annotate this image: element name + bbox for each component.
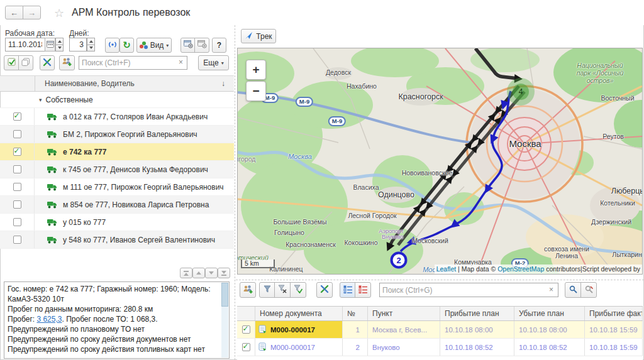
document-checkbox[interactable] xyxy=(237,321,255,338)
map-attribution: Leaflet | Map data © OpenStreetMap contr… xyxy=(435,265,642,274)
zoom-out-button[interactable]: − xyxy=(246,81,266,101)
osm-link[interactable]: OpenStreetMap xyxy=(497,265,544,273)
filter-clear-button[interactable] xyxy=(274,282,291,298)
map-canvas[interactable]: ДедовскНахабиноКрасногорскМоскваВосточны… xyxy=(237,48,643,275)
list-view-blue-button[interactable] xyxy=(340,282,356,298)
info-line-1: Гос. номер: е 742 ка 777; Гаражный номер… xyxy=(8,284,219,304)
vehicle-table-header[interactable]: Наименование, Водитель ↓ xyxy=(0,75,234,92)
work-date-label: Рабочая дата: xyxy=(5,29,55,38)
vehicle-group-row[interactable]: ▾ Собственные xyxy=(0,92,234,108)
panel-separator[interactable] xyxy=(235,25,235,360)
work-date-stepper[interactable] xyxy=(55,38,64,52)
assign-driver-button-2[interactable] xyxy=(240,282,256,298)
section-separator xyxy=(236,280,644,280)
vehicle-checkbox[interactable] xyxy=(0,126,35,143)
vehicle-row[interactable]: е 742 ка 777 xyxy=(0,143,234,161)
favorite-star-icon[interactable]: ☆ xyxy=(54,6,64,20)
vehicle-row[interactable]: м 111 ое 777, Пирожок Георгий Валерьянов… xyxy=(0,178,234,196)
filter-button[interactable] xyxy=(259,282,275,298)
clear-search-icon[interactable]: × xyxy=(549,285,553,294)
vehicle-row[interactable]: БМ 2, Пирожок Георгий Валерьянович xyxy=(0,126,234,143)
scrollbar-thumb[interactable] xyxy=(221,283,228,307)
forward-button[interactable]: → xyxy=(23,6,41,19)
vehicle-row[interactable]: к 745 ое 777, Денисов Кузьма Федорович xyxy=(0,161,234,178)
arrival-plan-cell[interactable]: 10.10.18 08:52 xyxy=(440,339,514,356)
mileage-link[interactable]: 3 625,3 xyxy=(36,315,62,324)
view-button[interactable]: Вид ▾ xyxy=(136,38,172,53)
move-bottom-button[interactable] xyxy=(218,268,230,278)
vehicle-row[interactable]: у 015 ко 777 xyxy=(0,214,234,231)
column-header[interactable]: Прибытие план xyxy=(440,307,514,320)
vehicle-checkbox[interactable] xyxy=(0,178,35,195)
document-row[interactable]: М000-0000172Внуково10.10.18 08:5210.10.1… xyxy=(237,339,643,356)
help-button[interactable]: ? xyxy=(212,38,226,53)
route-button[interactable] xyxy=(40,55,55,70)
vehicle-checkbox[interactable] xyxy=(0,214,35,231)
column-header[interactable]: Убытие план xyxy=(514,307,585,320)
list-red-icon xyxy=(358,285,368,295)
document-row[interactable]: М000-0000171Москва г, Всев...10.10.18 08… xyxy=(237,321,643,339)
settings-form-button[interactable] xyxy=(194,38,209,53)
arrival-fact-cell[interactable]: 10.10.18 15:59 xyxy=(585,339,643,356)
filter-apply-button[interactable] xyxy=(290,282,306,298)
departure-plan-cell[interactable]: 10.10.18 08:00 xyxy=(514,321,585,338)
zoom-in-button[interactable]: + xyxy=(246,60,266,80)
document-search-input[interactable] xyxy=(379,283,558,297)
vehicle-checkbox[interactable] xyxy=(0,231,35,248)
magnifier-off-icon xyxy=(585,285,593,295)
arrival-plan-cell[interactable]: 10.10.18 08:00 xyxy=(440,321,514,338)
uncheck-all-button[interactable] xyxy=(18,55,33,70)
clear-search-icon[interactable]: × xyxy=(179,58,183,67)
info-scrollbar[interactable] xyxy=(221,283,228,357)
move-down-button[interactable] xyxy=(205,268,218,278)
vehicle-checkbox[interactable] xyxy=(0,108,35,125)
calendar-button[interactable] xyxy=(45,38,55,52)
map-label: Большие Вязёмы xyxy=(273,218,326,226)
document-checkbox[interactable] xyxy=(237,339,255,356)
vehicle-row[interactable]: у 548 ко 777, Иванов Сергей Валентинович xyxy=(0,231,234,249)
more-button[interactable]: Еще ▾ xyxy=(198,55,229,70)
checkbox-column-header[interactable] xyxy=(237,307,255,320)
line-number-cell[interactable]: 1 xyxy=(343,321,368,338)
column-header[interactable]: Прибытие факт xyxy=(585,307,643,320)
vehicle-checkbox[interactable] xyxy=(0,161,35,178)
work-date-input[interactable] xyxy=(5,38,45,52)
refresh-button[interactable]: ↻ xyxy=(119,38,134,53)
vehicle-label: БМ 2, Пирожок Георгий Валерьянович xyxy=(63,130,197,139)
route-button-2[interactable] xyxy=(316,282,333,298)
arrival-fact-cell[interactable]: 10.10.18 15:59 xyxy=(585,321,643,338)
days-input[interactable] xyxy=(69,38,87,52)
documents-table-header[interactable]: Номер документа№ПунктПрибытие планУбытие… xyxy=(237,306,643,321)
move-up-button[interactable] xyxy=(192,268,205,278)
back-button[interactable]: ← xyxy=(5,6,23,19)
vehicle-checkbox[interactable] xyxy=(0,196,35,213)
find-button[interactable] xyxy=(565,282,581,298)
assign-driver-button[interactable] xyxy=(59,55,75,70)
map-marker-2[interactable]: 2 xyxy=(391,252,408,269)
monitoring-button[interactable] xyxy=(105,38,119,53)
document-number-cell[interactable]: М000-000017 xyxy=(255,321,343,338)
column-header[interactable]: № xyxy=(343,307,368,320)
column-header[interactable]: Пункт xyxy=(368,307,440,320)
leaflet-link[interactable]: Leaflet xyxy=(436,265,457,273)
vehicle-search-input[interactable] xyxy=(79,56,187,70)
days-stepper[interactable] xyxy=(87,38,95,52)
point-cell[interactable]: Москва г, Всев... xyxy=(368,321,440,338)
vehicle-row[interactable]: м 854 ое 777, Новикова Лариса Петровна xyxy=(0,196,234,214)
cancel-find-button[interactable] xyxy=(580,282,597,298)
line-number-cell[interactable]: 2 xyxy=(343,339,368,356)
map-label: Люберцы xyxy=(611,187,643,195)
check-all-button[interactable] xyxy=(4,55,19,70)
move-top-button[interactable] xyxy=(180,268,192,278)
point-cell[interactable]: Внуково xyxy=(368,339,440,356)
departure-plan-cell[interactable]: 10.10.18 08:52 xyxy=(514,339,585,356)
vehicle-info-panel: Гос. номер: е 742 ка 777; Гаражный номер… xyxy=(4,281,230,359)
map-marker-4[interactable]: 4 xyxy=(507,78,535,106)
settings-window-button[interactable] xyxy=(180,38,196,53)
document-number-cell[interactable]: М000-000017 xyxy=(255,339,343,356)
track-button[interactable]: Трек xyxy=(241,29,276,43)
list-view-red-button[interactable] xyxy=(355,282,371,298)
vehicle-checkbox[interactable] xyxy=(0,143,35,160)
column-header[interactable]: Номер документа xyxy=(255,307,343,320)
vehicle-row[interactable]: а 012 ка 777, Столяров Иван Аркадьевич xyxy=(0,108,234,126)
